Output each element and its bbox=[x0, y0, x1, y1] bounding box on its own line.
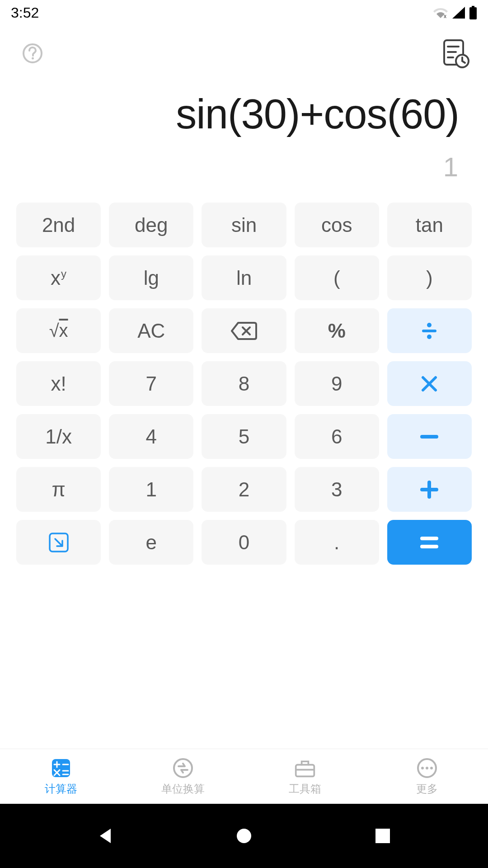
more-icon bbox=[416, 757, 438, 779]
result-display: 1 bbox=[18, 151, 459, 183]
key-dot[interactable]: . bbox=[295, 520, 379, 565]
equals-icon bbox=[420, 536, 438, 549]
battery-icon bbox=[469, 6, 477, 19]
svg-line-18 bbox=[423, 377, 436, 390]
minus-icon bbox=[420, 435, 438, 439]
svg-point-33 bbox=[174, 759, 192, 777]
svg-rect-23 bbox=[420, 537, 438, 540]
plus-icon bbox=[420, 481, 438, 499]
key-tan[interactable]: tan bbox=[387, 203, 472, 247]
svg-line-12 bbox=[243, 327, 250, 335]
key-factorial[interactable]: x! bbox=[16, 361, 101, 406]
svg-point-16 bbox=[427, 335, 432, 339]
sys-home-button[interactable] bbox=[230, 822, 258, 849]
nav-calculator-label: 计算器 bbox=[45, 782, 77, 796]
help-icon bbox=[22, 43, 43, 64]
key-3[interactable]: 3 bbox=[295, 467, 379, 512]
nav-unit[interactable]: 单位换算 bbox=[122, 749, 244, 804]
nav-unit-label: 单位换算 bbox=[161, 782, 205, 796]
key-multiply[interactable] bbox=[387, 361, 472, 406]
multiply-icon bbox=[421, 376, 437, 392]
key-reciprocal[interactable]: 1/x bbox=[16, 414, 101, 459]
system-nav-bar bbox=[0, 804, 488, 868]
collapse-icon bbox=[48, 532, 70, 553]
key-rparen[interactable]: ) bbox=[387, 255, 472, 300]
svg-rect-21 bbox=[420, 488, 438, 491]
key-7[interactable]: 7 bbox=[109, 361, 193, 406]
nav-toolbox[interactable]: 工具箱 bbox=[244, 749, 366, 804]
key-plus[interactable] bbox=[387, 467, 472, 512]
svg-rect-24 bbox=[420, 545, 438, 548]
svg-rect-41 bbox=[375, 829, 390, 843]
svg-point-37 bbox=[421, 767, 424, 769]
svg-rect-2 bbox=[469, 7, 477, 19]
key-ac[interactable]: AC bbox=[109, 308, 193, 353]
svg-text:x: x bbox=[444, 13, 446, 19]
svg-point-38 bbox=[426, 767, 428, 769]
nav-toolbox-label: 工具箱 bbox=[289, 782, 321, 796]
svg-line-17 bbox=[423, 377, 436, 390]
svg-rect-1 bbox=[472, 6, 474, 7]
svg-point-14 bbox=[427, 323, 432, 327]
expression-display: sin(30)+cos(60) bbox=[18, 90, 459, 138]
key-6[interactable]: 6 bbox=[295, 414, 379, 459]
key-equals[interactable] bbox=[387, 520, 472, 565]
key-ln[interactable]: ln bbox=[202, 255, 286, 300]
key-power[interactable]: xy bbox=[16, 255, 101, 300]
wifi-off-icon: x bbox=[433, 7, 448, 19]
key-lparen[interactable]: ( bbox=[295, 255, 379, 300]
svg-point-39 bbox=[430, 767, 433, 769]
sys-back-button[interactable] bbox=[92, 822, 119, 849]
top-toolbar bbox=[0, 25, 488, 68]
display-area: sin(30)+cos(60) 1 bbox=[0, 68, 488, 192]
history-button[interactable] bbox=[441, 39, 470, 68]
key-sin[interactable]: sin bbox=[202, 203, 286, 247]
key-collapse[interactable] bbox=[16, 520, 101, 565]
home-circle-icon bbox=[235, 827, 253, 845]
keypad: 2nd deg sin cos tan xy lg ln ( ) √x AC %… bbox=[0, 192, 488, 579]
key-backspace[interactable] bbox=[202, 308, 286, 353]
key-lg[interactable]: lg bbox=[109, 255, 193, 300]
key-e[interactable]: e bbox=[109, 520, 193, 565]
nav-more-label: 更多 bbox=[416, 782, 438, 796]
key-8[interactable]: 8 bbox=[202, 361, 286, 406]
svg-rect-22 bbox=[50, 533, 68, 552]
back-triangle-icon bbox=[96, 827, 114, 845]
key-divide[interactable] bbox=[387, 308, 472, 353]
svg-point-40 bbox=[237, 829, 251, 843]
key-cos[interactable]: cos bbox=[295, 203, 379, 247]
key-minus[interactable] bbox=[387, 414, 472, 459]
key-deg[interactable]: deg bbox=[109, 203, 193, 247]
unit-icon bbox=[172, 757, 194, 779]
key-4[interactable]: 4 bbox=[109, 414, 193, 459]
status-bar: 3:52 x bbox=[0, 0, 488, 25]
status-icons: x bbox=[433, 6, 477, 19]
backspace-icon bbox=[231, 322, 257, 340]
nav-calculator[interactable]: 计算器 bbox=[0, 749, 122, 804]
nav-more[interactable]: 更多 bbox=[366, 749, 488, 804]
key-0[interactable]: 0 bbox=[202, 520, 286, 565]
key-2[interactable]: 2 bbox=[202, 467, 286, 512]
key-5[interactable]: 5 bbox=[202, 414, 286, 459]
history-icon bbox=[441, 38, 469, 68]
key-percent[interactable]: % bbox=[295, 308, 379, 353]
cellular-icon bbox=[452, 6, 465, 19]
calculator-icon bbox=[50, 757, 72, 779]
divide-icon bbox=[420, 322, 438, 340]
recents-square-icon bbox=[375, 828, 391, 844]
key-pi[interactable]: π bbox=[16, 467, 101, 512]
key-2nd[interactable]: 2nd bbox=[16, 203, 101, 247]
svg-rect-15 bbox=[422, 330, 436, 332]
svg-rect-19 bbox=[420, 435, 438, 439]
key-1[interactable]: 1 bbox=[109, 467, 193, 512]
bottom-nav: 计算器 单位换算 工具箱 更多 bbox=[0, 749, 488, 804]
svg-rect-20 bbox=[427, 481, 431, 499]
toolbox-icon bbox=[294, 757, 316, 779]
key-9[interactable]: 9 bbox=[295, 361, 379, 406]
key-sqrt[interactable]: √x bbox=[16, 308, 101, 353]
svg-line-13 bbox=[243, 327, 250, 335]
sys-recents-button[interactable] bbox=[369, 822, 396, 849]
svg-point-4 bbox=[32, 57, 34, 60]
status-time: 3:52 bbox=[11, 5, 39, 21]
help-button[interactable] bbox=[18, 39, 47, 68]
